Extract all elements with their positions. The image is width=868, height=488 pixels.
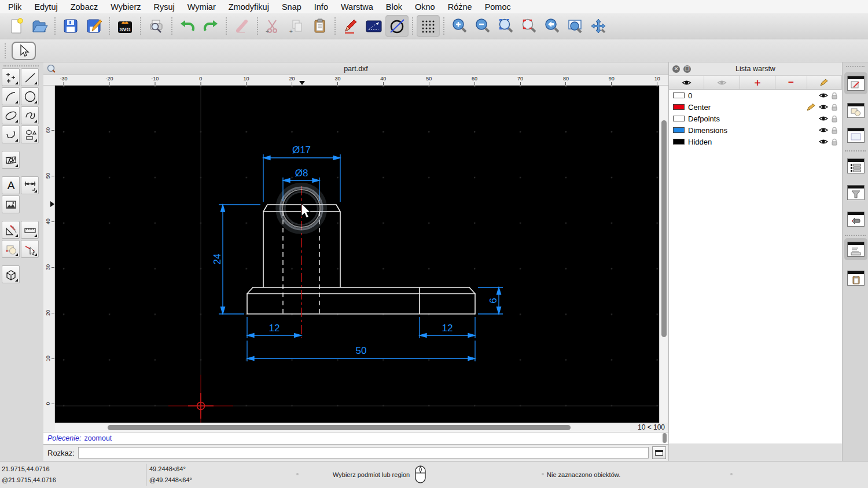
layer-lock-icon[interactable] [831,127,838,134]
palette-drag-handle[interactable] [3,65,39,66]
command-input[interactable] [78,447,649,459]
library-dock-icon[interactable] [847,128,865,143]
menu-item-13[interactable]: Pomoc [479,2,517,12]
copy-button[interactable]: + [285,15,308,37]
redo-button[interactable] [199,15,222,37]
undo-button[interactable] [176,15,199,37]
spline-tool-button[interactable] [21,106,39,124]
menu-item-9[interactable]: Warstwa [334,2,380,12]
layer-color-swatch[interactable] [673,127,685,133]
menu-item-6[interactable]: Zmodyfikuj [222,2,275,12]
line-tool-button[interactable] [21,68,39,86]
layer-row-dimensions[interactable]: Dimensions [669,124,842,136]
layer-lock-icon[interactable] [831,92,838,99]
layer-color-swatch[interactable] [673,104,685,110]
zoom-in-button[interactable] [448,15,471,37]
layers-dock-icon[interactable] [847,76,865,91]
points-tool-button[interactable] [2,68,20,86]
menu-item-11[interactable]: Okno [409,2,442,12]
menu-item-12[interactable]: Różne [442,2,479,12]
export-svg-button[interactable]: SVG [113,15,137,37]
text-tool-button[interactable]: A [2,176,20,194]
image-tool-button[interactable] [2,195,20,213]
menu-item-5[interactable]: Wymiar [181,2,222,12]
zoom-redraw-button[interactable] [517,15,540,37]
layer-visibility-icon[interactable] [819,138,828,145]
layer-visibility-icon[interactable] [819,92,828,99]
delete-button[interactable] [230,15,253,37]
arc-tool-button[interactable] [2,87,20,105]
save-button[interactable] [59,15,82,37]
command-history-scrollbar[interactable] [661,433,668,443]
command-history-scrollbar-thumb[interactable] [663,433,667,443]
menu-item-8[interactable]: Info [308,2,334,12]
hatch-tool-button[interactable] [2,151,20,169]
measure-tool-button[interactable] [21,221,39,239]
grid-toggle-button[interactable] [417,15,440,37]
layer-visibility-icon[interactable] [819,103,828,110]
layer-color-swatch[interactable] [673,116,685,121]
pen-button[interactable] [339,15,362,37]
ellipse-tool-button[interactable] [2,106,20,124]
paste-button[interactable] [308,15,331,37]
zoom-window-button[interactable] [564,15,587,37]
horizontal-scrollbar[interactable] [55,423,630,432]
layer-color-swatch[interactable] [673,139,685,145]
menu-item-2[interactable]: Zobacz [64,2,105,12]
drawing-canvas[interactable]: Ø17 Ø8 24 6 12 12 50 [55,86,659,423]
horizontal-scrollbar-thumb[interactable] [108,425,571,430]
layer-row-hidden[interactable]: Hidden [669,136,842,147]
cut-button[interactable]: + [262,15,285,37]
zoom-out-button[interactable] [471,15,494,37]
add-layer-button[interactable]: ＋ [740,76,775,89]
clipboard-dock-icon[interactable] [847,271,865,286]
undock-icon[interactable]: ❐ [683,65,691,73]
command-dock-icon[interactable] [847,242,865,257]
megaphone-dock-icon[interactable] [847,212,865,227]
open-file-button[interactable] [28,15,51,37]
dock-drag-handle[interactable] [846,66,865,67]
hide-all-layers-button[interactable] [704,76,740,89]
menu-item-4[interactable]: Rysuj [148,2,181,12]
blocks-dock-icon[interactable] [847,103,865,118]
layer-row-defpoints[interactable]: Defpoints [669,113,842,124]
construction-circle-button[interactable] [385,15,409,37]
remove-layer-button[interactable]: − [775,76,807,89]
layer-visibility-icon[interactable] [819,127,828,134]
print-preview-button[interactable] [145,15,168,37]
entity-list-dock-icon[interactable] [847,158,865,173]
new-file-button[interactable] [5,15,28,37]
selection-tool-button[interactable] [12,42,36,60]
dimensions[interactable] [219,154,503,361]
toolbar-drag-handle[interactable] [5,43,8,58]
show-all-layers-button[interactable] [669,76,704,89]
circle-tool-button[interactable] [21,87,39,105]
edit-layer-button[interactable] [807,76,842,89]
vertical-scrollbar[interactable] [659,86,668,423]
menu-item-7[interactable]: Snap [275,2,308,12]
layer-row-center[interactable]: Center [669,101,842,113]
menu-item-1[interactable]: Edytuj [28,2,64,12]
blocks-tool-button[interactable] [2,240,20,258]
vertical-scrollbar-thumb[interactable] [661,120,667,337]
menu-item-3[interactable]: Wybierz [104,2,147,12]
polyline-tool-button[interactable] [2,125,20,143]
select-entity-tool-button[interactable] [21,240,39,258]
modify-tool-button[interactable] [2,221,20,239]
zoom-pan-button[interactable] [587,15,610,37]
layer-lock-icon[interactable] [831,115,838,123]
layer-color-swatch[interactable] [673,93,685,98]
zoom-auto-button[interactable] [494,15,517,37]
layer-row-0[interactable]: 0 [669,90,842,101]
menu-item-0[interactable]: Plik [2,2,28,12]
dimension-tool-button[interactable] [21,176,39,194]
angle-dimension-button[interactable] [362,15,385,37]
save-as-button[interactable] [82,15,105,37]
solid-3d-tool-button[interactable] [2,265,20,283]
close-icon[interactable]: ✕ [672,65,680,73]
command-window-button[interactable] [652,446,666,459]
layer-lock-icon[interactable] [831,138,838,146]
shapes-tool-button[interactable] [21,125,39,143]
layer-lock-icon[interactable] [831,103,838,111]
filter-dock-icon[interactable] [847,185,865,200]
